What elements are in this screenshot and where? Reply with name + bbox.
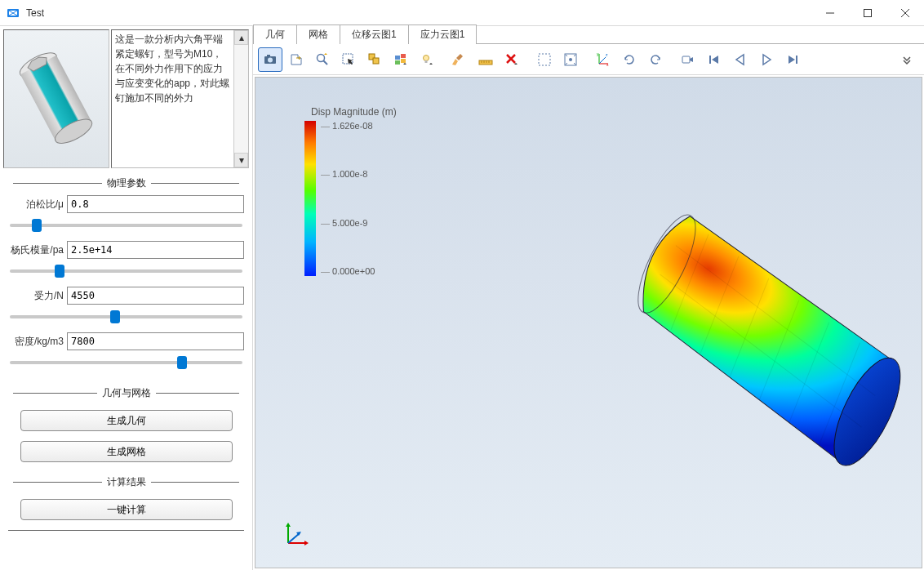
- young-label: 杨氏模量/pa: [8, 243, 64, 257]
- section-geometry-mesh: 几何与网格: [8, 386, 244, 400]
- rotate-ccw-icon[interactable]: [643, 47, 668, 72]
- windows-icon[interactable]: [389, 47, 413, 72]
- play-icon[interactable]: [754, 47, 779, 72]
- compute-button[interactable]: 一键计算: [20, 499, 233, 520]
- density-slider[interactable]: [10, 361, 242, 364]
- poisson-label: 泊松比/μ: [8, 198, 64, 212]
- section-results: 计算结果: [8, 475, 244, 489]
- toolbar-overflow-icon[interactable]: [895, 47, 919, 72]
- tab-mesh[interactable]: 网格: [296, 24, 340, 44]
- legend-ticks: 1.626e-08 1.000e-8 5.000e-9 0.000e+00: [321, 121, 375, 276]
- tab-stress[interactable]: 应力云图1: [408, 24, 478, 44]
- force-slider[interactable]: [10, 315, 242, 318]
- svg-rect-18: [395, 56, 400, 60]
- rect-select-icon[interactable]: [532, 47, 557, 72]
- force-label: 受力/N: [8, 289, 64, 303]
- export-icon[interactable]: [284, 47, 309, 72]
- svg-rect-23: [425, 60, 428, 63]
- bottom-divider: [8, 530, 244, 531]
- svg-rect-24: [479, 60, 492, 65]
- camera-icon[interactable]: [258, 47, 282, 72]
- generate-geometry-button[interactable]: 生成几何: [20, 410, 233, 431]
- select-box-icon[interactable]: [362, 47, 387, 72]
- axes-icon[interactable]: yxz: [591, 47, 615, 72]
- title-bar: Test: [0, 0, 924, 26]
- svg-point-11: [268, 57, 273, 62]
- fit-icon[interactable]: [558, 47, 583, 72]
- 3d-viewport[interactable]: Disp Magnitude (m) 1.626e-08 1.000e-8 5.…: [255, 77, 922, 568]
- svg-rect-20: [395, 60, 400, 65]
- svg-line-5: [901, 9, 909, 17]
- prev-icon[interactable]: [728, 47, 753, 72]
- poisson-input[interactable]: [67, 195, 244, 213]
- displacement-model: [541, 151, 922, 543]
- maximize-button[interactable]: [849, 0, 886, 26]
- measure-icon[interactable]: [473, 47, 498, 72]
- right-panel: 几何 网格 位移云图1 应力云图1 yxz: [253, 26, 924, 570]
- description-text: 这是一款分析内六角平端紧定螺钉，型号为M10，在不同外力作用下的应力与应变变化的…: [112, 30, 233, 167]
- window-title: Test: [26, 7, 811, 19]
- light-icon[interactable]: [415, 47, 439, 72]
- svg-text:z: z: [606, 52, 608, 57]
- scroll-up-icon[interactable]: ▴: [234, 30, 248, 45]
- close-button[interactable]: [886, 0, 924, 26]
- zoom-icon[interactable]: [310, 47, 335, 72]
- tab-displacement[interactable]: 位移云图1: [340, 24, 409, 44]
- tab-bar: 几何 网格 位移云图1 应力云图1: [253, 26, 924, 44]
- svg-rect-40: [682, 56, 690, 63]
- svg-rect-41: [709, 56, 711, 64]
- svg-line-14: [323, 60, 327, 65]
- density-input[interactable]: [67, 332, 244, 350]
- svg-line-36: [599, 57, 606, 64]
- clean-icon[interactable]: [447, 47, 472, 72]
- rotate-cw-icon[interactable]: [617, 47, 642, 72]
- svg-rect-19: [401, 54, 406, 58]
- svg-text:x: x: [606, 62, 609, 67]
- svg-rect-21: [401, 59, 406, 63]
- first-icon[interactable]: [702, 47, 726, 72]
- poisson-slider[interactable]: [10, 224, 242, 227]
- young-slider[interactable]: [10, 269, 242, 273]
- section-physical-params: 物理参数: [8, 176, 244, 190]
- color-legend: Disp Magnitude (m) 1.626e-08 1.000e-8 5.…: [304, 106, 397, 276]
- next-icon[interactable]: [780, 47, 805, 72]
- svg-rect-42: [796, 56, 797, 64]
- force-input[interactable]: [67, 287, 244, 305]
- scroll-down-icon[interactable]: ▾: [234, 153, 248, 167]
- density-label: 密度/kg/m3: [8, 335, 64, 349]
- svg-point-33: [569, 58, 572, 61]
- svg-rect-12: [267, 55, 270, 57]
- record-icon[interactable]: [676, 47, 700, 72]
- model-thumbnail: [3, 29, 109, 168]
- viewport-toolbar: yxz: [253, 44, 924, 75]
- young-input[interactable]: [67, 241, 244, 259]
- svg-line-4: [901, 9, 909, 17]
- delete-icon[interactable]: [500, 47, 524, 72]
- legend-colorbar: [304, 121, 316, 276]
- orientation-triad-icon: [280, 519, 313, 551]
- description-scrollbar[interactable]: ▴ ▾: [233, 30, 248, 167]
- pick-icon[interactable]: [336, 47, 361, 72]
- svg-point-22: [424, 55, 429, 60]
- svg-rect-3: [864, 9, 872, 16]
- app-icon: [7, 7, 20, 20]
- minimize-button[interactable]: [811, 0, 849, 26]
- main-area: 这是一款分析内六角平端紧定螺钉，型号为M10，在不同外力作用下的应力与应变变化的…: [0, 26, 924, 570]
- generate-mesh-button[interactable]: 生成网格: [20, 441, 233, 462]
- legend-title: Disp Magnitude (m): [311, 106, 397, 118]
- svg-line-55: [288, 533, 300, 543]
- tab-geometry[interactable]: 几何: [253, 24, 297, 44]
- svg-rect-17: [373, 58, 379, 64]
- svg-rect-31: [539, 54, 550, 65]
- left-panel: 这是一款分析内六角平端紧定螺钉，型号为M10，在不同外力作用下的应力与应变变化的…: [0, 26, 253, 570]
